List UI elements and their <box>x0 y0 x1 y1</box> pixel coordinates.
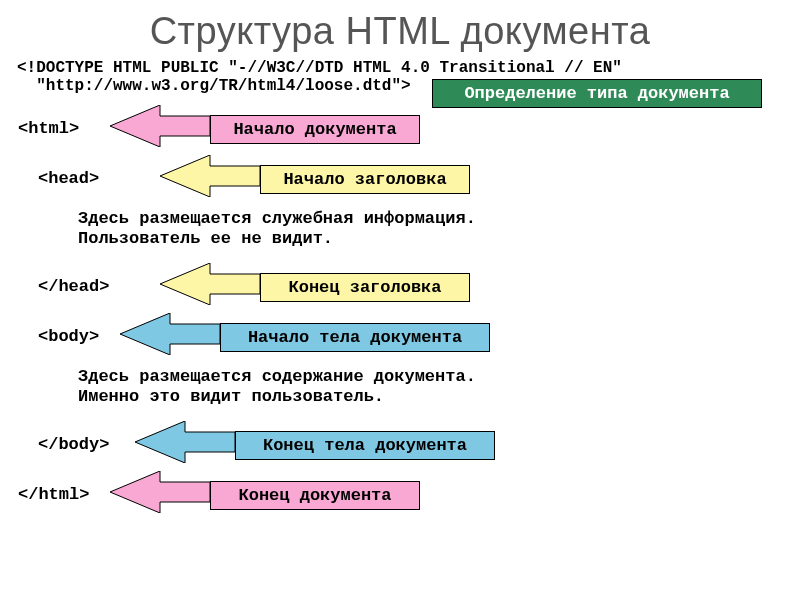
arrow-body-end <box>135 421 235 463</box>
code-html-close: </html> <box>18 485 89 504</box>
svg-marker-4 <box>135 421 235 463</box>
label-doc-start: Начало документа <box>210 115 420 144</box>
code-head-open: <head> <box>38 169 99 188</box>
code-html-open: <html> <box>18 119 79 138</box>
doctype-line1: <!DOCTYPE HTML PUBLIC "-//W3C//DTD HTML … <box>17 59 622 77</box>
page-title: Структура HTML документа <box>0 10 800 53</box>
code-body-text2: Именно это видит пользователь. <box>78 387 384 406</box>
arrow-head-end <box>160 263 260 305</box>
svg-marker-2 <box>160 263 260 305</box>
arrow-body-start <box>120 313 220 355</box>
svg-marker-5 <box>110 471 210 513</box>
code-body-close: </body> <box>38 435 109 454</box>
code-head-text1: Здесь размещается служебная информация. <box>78 209 476 228</box>
code-body-text1: Здесь размещается содержание документа. <box>78 367 476 386</box>
code-head-text2: Пользователь ее не видит. <box>78 229 333 248</box>
label-body-start: Начало тела документа <box>220 323 490 352</box>
arrow-head-start <box>160 155 260 197</box>
label-doc-end: Конец документа <box>210 481 420 510</box>
label-head-start: Начало заголовка <box>260 165 470 194</box>
code-head-close: </head> <box>38 277 109 296</box>
svg-marker-0 <box>110 105 210 147</box>
code-body-open: <body> <box>38 327 99 346</box>
arrow-doc-end <box>110 471 210 513</box>
label-doctype-definition: Определение типа документа <box>432 79 762 108</box>
svg-marker-1 <box>160 155 260 197</box>
arrow-doc-start <box>110 105 210 147</box>
svg-marker-3 <box>120 313 220 355</box>
doctype-line2: "http://www.w3.org/TR/html4/loose.dtd"> <box>17 77 411 95</box>
label-head-end: Конец заголовка <box>260 273 470 302</box>
diagram-stage: <!DOCTYPE HTML PUBLIC "-//W3C//DTD HTML … <box>0 59 800 599</box>
label-body-end: Конец тела документа <box>235 431 495 460</box>
